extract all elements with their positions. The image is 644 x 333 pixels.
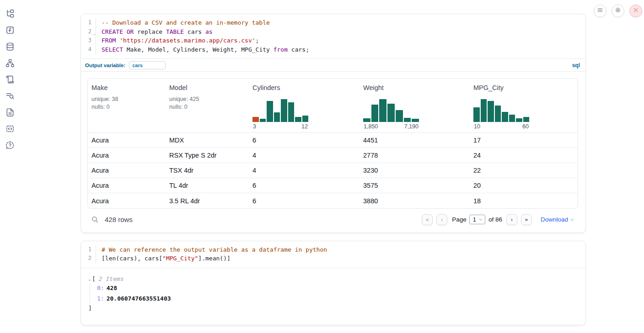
column-label: Make bbox=[91, 84, 162, 91]
code-line[interactable]: 2[len(cars), cars["MPG_City"].mean()] bbox=[81, 254, 585, 263]
document-icon bbox=[5, 108, 15, 119]
page-total-label: of 86 bbox=[488, 216, 502, 223]
histogram-bar[interactable] bbox=[412, 119, 419, 122]
column-histogram[interactable]: 1060 bbox=[473, 99, 529, 130]
column-header-mpg_city[interactable]: MPG_City1060 bbox=[470, 79, 578, 133]
page-label: Page bbox=[452, 216, 467, 223]
histogram-bar[interactable] bbox=[379, 99, 386, 122]
histogram-bar[interactable] bbox=[404, 118, 411, 122]
sidebar-item-data-sources[interactable] bbox=[5, 42, 15, 53]
sql-cell: 1-- Download a CSV and create an in-memo… bbox=[80, 14, 586, 233]
sidebar-item-snippets[interactable] bbox=[5, 125, 15, 135]
column-histogram[interactable]: 1,8507,190 bbox=[363, 99, 419, 130]
code-line[interactable]: 1# We can reference the output variable … bbox=[81, 245, 585, 254]
sidebar-item-scratchpad[interactable] bbox=[5, 75, 15, 85]
first-page-button[interactable]: « bbox=[422, 214, 433, 225]
table-row[interactable]: AcuraTSX 4dr4323022 bbox=[88, 163, 578, 178]
gear-icon bbox=[615, 7, 621, 15]
column-label: Model bbox=[169, 84, 245, 91]
shutdown-button[interactable] bbox=[629, 5, 642, 17]
code-line[interactable]: 2⌄CREATE OR replace TABLE cars as bbox=[81, 27, 585, 37]
histogram-bar[interactable] bbox=[267, 101, 273, 122]
search-icon[interactable] bbox=[91, 216, 99, 223]
page-select[interactable]: 1 bbox=[469, 215, 485, 224]
sidebar-item-dependency-graph[interactable] bbox=[5, 59, 15, 69]
language-badge[interactable]: sql bbox=[572, 62, 580, 69]
table-row[interactable]: AcuraMDX6445117 bbox=[88, 133, 578, 148]
settings-button[interactable] bbox=[612, 5, 624, 17]
histogram-bar[interactable] bbox=[371, 105, 379, 122]
next-page-button[interactable]: › bbox=[506, 214, 517, 225]
chevrons-left-icon: « bbox=[425, 216, 429, 223]
tree-item-key: 1: bbox=[97, 295, 104, 302]
histogram-bar[interactable] bbox=[481, 99, 487, 122]
tree-item: 0:428 bbox=[97, 283, 577, 294]
code-line[interactable]: 3FROM 'https://datasets.marimo.app/cars.… bbox=[81, 36, 585, 45]
table-cell: Acura bbox=[88, 133, 166, 148]
column-histogram[interactable]: 312 bbox=[252, 99, 308, 130]
sql-code-editor[interactable]: 1-- Download a CSV and create an in-memo… bbox=[81, 14, 585, 58]
download-button[interactable]: Download bbox=[541, 216, 574, 223]
histogram-bar[interactable] bbox=[396, 110, 403, 122]
chevrons-right-icon: » bbox=[525, 216, 528, 223]
collapse-chevron-icon[interactable]: ⌄ bbox=[88, 276, 91, 281]
histogram-bar[interactable] bbox=[387, 104, 395, 122]
histogram-bar[interactable] bbox=[516, 118, 522, 122]
histogram-bar[interactable] bbox=[509, 115, 515, 122]
sidebar-item-help[interactable] bbox=[5, 141, 15, 151]
line-number: 2 bbox=[81, 254, 95, 263]
code-line[interactable]: 1-- Download a CSV and create an in-memo… bbox=[81, 18, 585, 27]
sidebar-item-documentation[interactable] bbox=[5, 108, 15, 118]
histogram-bar[interactable] bbox=[523, 117, 530, 122]
code-line[interactable]: 4SELECT Make, Model, Cylinders, Weight, … bbox=[81, 45, 585, 54]
histogram-bar[interactable] bbox=[288, 102, 295, 122]
histogram-bar[interactable] bbox=[488, 101, 494, 122]
tree-item-key: 0: bbox=[97, 285, 104, 291]
table-cell: 18 bbox=[470, 193, 578, 208]
column-header-weight[interactable]: Weight1,8507,190 bbox=[360, 79, 470, 133]
histogram-bar[interactable] bbox=[363, 118, 370, 122]
line-number: 2⌄ bbox=[81, 27, 95, 37]
close-bracket: ] bbox=[88, 304, 577, 313]
code-line-text: SELECT Make, Model, Cylinders, Weight, M… bbox=[96, 45, 585, 54]
sidebar-item-file-explorer[interactable] bbox=[5, 10, 15, 20]
histogram-bar[interactable] bbox=[274, 112, 280, 122]
column-header-model[interactable]: Modelunique: 425nulls: 0 bbox=[166, 79, 249, 133]
sidebar-item-variables[interactable] bbox=[5, 26, 15, 36]
tree-item-value: 20.060747663551403 bbox=[107, 295, 171, 302]
histogram-bar[interactable] bbox=[502, 112, 508, 122]
table-row[interactable]: Acura3.5 RL 4dr6388018 bbox=[88, 193, 578, 208]
sidebar-item-logs[interactable] bbox=[5, 92, 15, 102]
histogram-bar[interactable] bbox=[473, 107, 480, 122]
histogram-bar[interactable] bbox=[495, 106, 501, 122]
table-cell: 24 bbox=[470, 148, 578, 163]
code-line-text: [len(cars), cars["MPG_City"].mean()] bbox=[96, 254, 585, 263]
line-number: 1 bbox=[81, 245, 95, 254]
table-cell: 6 bbox=[249, 193, 360, 208]
histogram-bar[interactable] bbox=[302, 116, 309, 122]
menu-button[interactable] bbox=[594, 5, 606, 17]
histogram-bar[interactable] bbox=[281, 99, 287, 122]
column-header-cylinders[interactable]: Cylinders312 bbox=[249, 79, 360, 133]
last-page-button[interactable]: » bbox=[521, 214, 532, 225]
table-cell: 3.5 RL 4dr bbox=[166, 193, 249, 208]
histogram-bar[interactable] bbox=[252, 117, 259, 122]
python-code-editor[interactable]: 1# We can reference the output variable … bbox=[81, 241, 585, 268]
table-cell: 4451 bbox=[360, 133, 470, 148]
table-row[interactable]: AcuraTL 4dr6357520 bbox=[88, 178, 578, 193]
table-row[interactable]: AcuraRSX Type S 2dr4277824 bbox=[88, 148, 578, 163]
column-label: Cylinders bbox=[252, 84, 356, 91]
hamburger-icon bbox=[597, 7, 603, 15]
histogram-axis-labels: 312 bbox=[252, 123, 308, 130]
output-variable-input[interactable] bbox=[129, 61, 166, 69]
code-line-text: FROM 'https://datasets.marimo.app/cars.c… bbox=[96, 36, 585, 45]
column-header-make[interactable]: Makeunique: 38nulls: 0 bbox=[88, 79, 166, 133]
output-variable-label: Output variable: bbox=[85, 63, 125, 68]
prev-page-button[interactable]: ‹ bbox=[436, 214, 447, 225]
histogram-bar[interactable] bbox=[260, 119, 266, 122]
function-icon bbox=[5, 26, 15, 37]
pagination: « ‹ Page 1 of 86 › » Download bbox=[422, 214, 574, 225]
histogram-bar[interactable] bbox=[295, 117, 301, 122]
output-variable-row: Output variable: sql bbox=[81, 59, 585, 71]
table-footer: 428 rows « ‹ Page 1 of 86 › » bbox=[81, 209, 585, 233]
